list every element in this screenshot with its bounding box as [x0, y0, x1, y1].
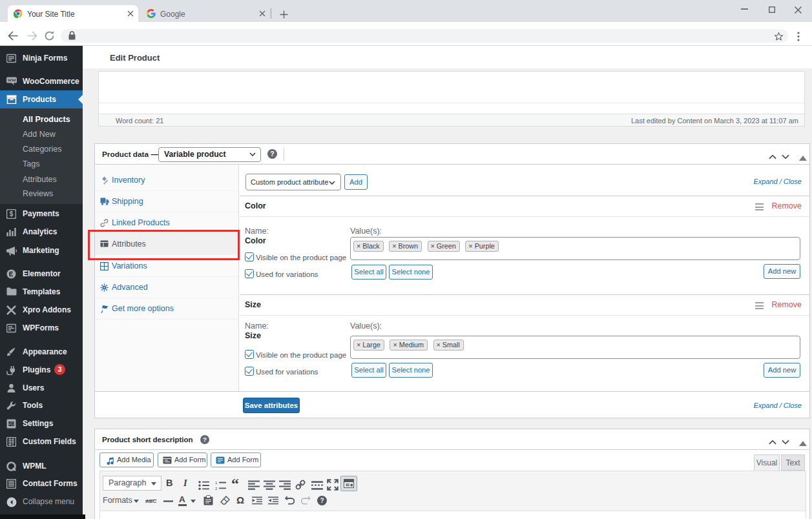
svg-text:?: ?	[320, 497, 324, 504]
svg-text:$: $	[10, 210, 14, 218]
svg-text:1: 1	[215, 480, 218, 485]
svg-text:ABC: ABC	[145, 498, 156, 504]
svg-text:2: 2	[215, 486, 218, 491]
svg-text:?: ?	[270, 150, 274, 158]
svg-text:?: ?	[203, 436, 207, 443]
